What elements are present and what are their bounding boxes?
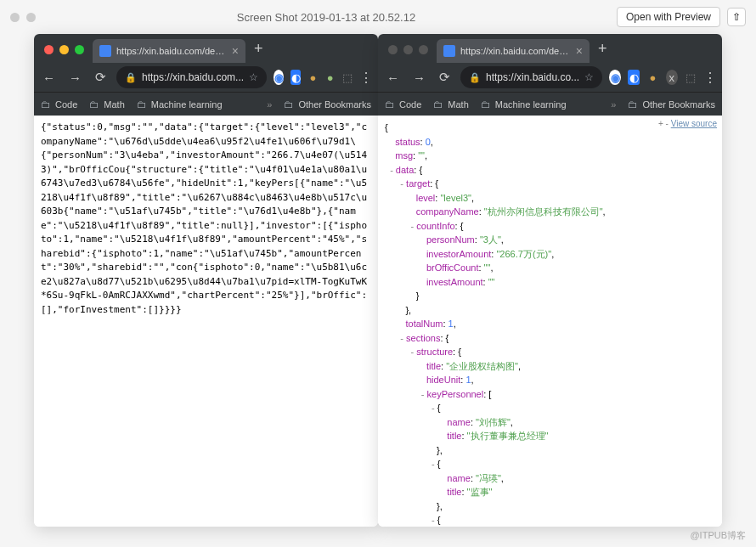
url-text: https://xin.baidu.co... <box>486 71 579 83</box>
tab-bar: https://xin.baidu.com/detail/de × + <box>378 34 722 63</box>
share-icon[interactable]: ⇧ <box>727 8 746 26</box>
bookmark-folder[interactable]: 🗀Math <box>433 99 468 110</box>
minimize-icon[interactable] <box>403 45 413 54</box>
minimize-icon[interactable] <box>59 45 69 54</box>
view-source-anchor[interactable]: View source <box>671 119 717 128</box>
extension-icon[interactable]: ⬚ <box>342 70 353 85</box>
extension-icon[interactable]: ◉ <box>274 70 284 85</box>
favicon-icon <box>443 45 455 57</box>
window-control-icon <box>26 13 36 22</box>
toolbar: ← → ⟳ 🔒 https://xin.baidu.co... ☆ ◉ ◐ ● … <box>378 63 722 92</box>
bookmarks-bar: 🗀Code 🗀Math 🗀Machine learning » 🗀Other B… <box>378 92 722 116</box>
folder-icon: 🗀 <box>89 99 99 110</box>
browser-tab[interactable]: https://xin.baidu.com/detail/de × <box>93 39 245 63</box>
other-bookmarks[interactable]: 🗀Other Bookmarks <box>628 99 715 110</box>
extension-icon[interactable]: ◉ <box>609 70 621 85</box>
back-button[interactable]: ← <box>383 70 403 85</box>
lock-icon: 🔒 <box>469 72 481 83</box>
lock-icon: 🔒 <box>125 72 137 83</box>
maximize-icon[interactable] <box>75 45 84 54</box>
window-title: Screen Shot 2019-01-13 at 20.52.12 <box>36 11 617 24</box>
chrome-window-left: https://xin.baidu.com/detail/de × + ← → … <box>34 34 378 527</box>
macos-titlebar: Screen Shot 2019-01-13 at 20.52.12 Open … <box>0 0 756 34</box>
reload-button[interactable]: ⟳ <box>92 70 110 85</box>
favicon-icon <box>99 45 111 57</box>
view-source-link: + - View source <box>658 117 717 130</box>
bookmark-star-icon[interactable]: ☆ <box>249 71 258 83</box>
bookmark-folder[interactable]: 🗀Code <box>41 99 77 110</box>
address-bar[interactable]: 🔒 https://xin.baidu.co... ☆ <box>460 66 602 88</box>
extension-icon[interactable]: ● <box>307 70 318 85</box>
reload-button[interactable]: ⟳ <box>436 70 454 85</box>
extension-icon[interactable]: ● <box>646 70 658 85</box>
folder-icon: 🗀 <box>385 99 395 110</box>
forward-button[interactable]: → <box>409 70 429 85</box>
tab-close-icon[interactable]: × <box>232 44 239 58</box>
bookmark-star-icon[interactable]: ☆ <box>584 71 594 83</box>
bookmark-folder[interactable]: 🗀Machine learning <box>137 99 223 110</box>
bookmark-folder[interactable]: 🗀Code <box>385 99 421 110</box>
menu-icon[interactable]: ⋮ <box>359 70 373 86</box>
menu-icon[interactable]: ⋮ <box>703 70 717 86</box>
tab-close-icon[interactable]: × <box>576 44 583 58</box>
folder-icon: 🗀 <box>481 99 491 110</box>
folder-icon: 🗀 <box>284 99 294 110</box>
address-bar[interactable]: 🔒 https://xin.baidu.com... ☆ <box>116 66 267 88</box>
overflow-icon[interactable]: » <box>267 99 272 110</box>
extension-icon[interactable]: ◐ <box>291 70 301 85</box>
overflow-icon[interactable]: » <box>611 99 616 110</box>
window-control-icon <box>10 13 20 22</box>
folder-icon: 🗀 <box>137 99 147 110</box>
extension-icon[interactable]: ● <box>325 70 336 85</box>
extension-icon[interactable]: ◐ <box>628 70 640 85</box>
tab-title: https://xin.baidu.com/detail/de <box>116 46 227 56</box>
url-text: https://xin.baidu.com... <box>142 71 244 83</box>
bookmarks-bar: 🗀Code 🗀Math 🗀Machine learning » 🗀Other B… <box>34 92 378 116</box>
toolbar: ← → ⟳ 🔒 https://xin.baidu.com... ☆ ◉ ◐ ●… <box>34 63 378 92</box>
bookmark-folder[interactable]: 🗀Math <box>89 99 124 110</box>
browser-tab[interactable]: https://xin.baidu.com/detail/de × <box>437 39 590 63</box>
json-tree-view: + - View source { status: 0, msg: "", - … <box>378 116 722 527</box>
folder-icon: 🗀 <box>628 99 638 110</box>
maximize-icon[interactable] <box>419 45 428 54</box>
close-icon[interactable] <box>44 45 54 54</box>
extension-icon[interactable]: x <box>666 70 678 85</box>
new-tab-button[interactable]: + <box>245 40 272 63</box>
raw-json-text: {"status":0,"msg":"","data":{"target":{"… <box>34 116 378 322</box>
folder-icon: 🗀 <box>41 99 51 110</box>
open-with-preview-button[interactable]: Open with Preview <box>617 7 720 27</box>
tab-title: https://xin.baidu.com/detail/de <box>460 46 571 56</box>
bookmark-folder[interactable]: 🗀Machine learning <box>481 99 567 110</box>
folder-icon: 🗀 <box>433 99 443 110</box>
page-content: + - View source { status: 0, msg: "", - … <box>378 116 722 527</box>
back-button[interactable]: ← <box>39 70 59 85</box>
tab-bar: https://xin.baidu.com/detail/de × + <box>34 34 378 63</box>
page-content: {"status":0,"msg":"","data":{"target":{"… <box>34 116 378 527</box>
watermark: @ITPUB博客 <box>690 529 746 542</box>
new-tab-button[interactable]: + <box>590 40 616 63</box>
chrome-window-right: https://xin.baidu.com/detail/de × + ← → … <box>378 34 722 527</box>
close-icon[interactable] <box>388 45 398 54</box>
forward-button[interactable]: → <box>65 70 85 85</box>
other-bookmarks[interactable]: 🗀Other Bookmarks <box>284 99 371 110</box>
extension-icon[interactable]: ⬚ <box>685 70 697 85</box>
